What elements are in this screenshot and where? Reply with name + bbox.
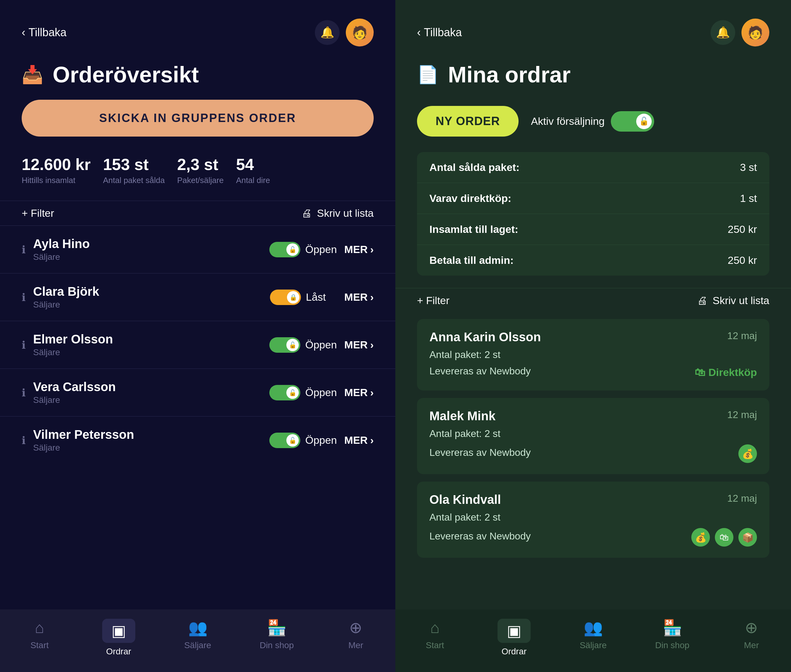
stats-val-1: 1 st (740, 192, 757, 205)
left-back-button[interactable]: ‹ Tillbaka (22, 26, 67, 39)
right-page-title: Mina ordrar (448, 62, 570, 87)
right-printer-icon: 🖨 (697, 294, 708, 307)
order-levereras-1: Levereras av Newbody (430, 447, 531, 458)
right-back-button[interactable]: ‹ Tillbaka (417, 26, 462, 39)
stats-row-3: Betala till admin: 250 kr (417, 245, 769, 275)
seller-item-4[interactable]: ℹ Vilmer Petersson Säljare 🔓 Öppen MER › (0, 416, 395, 464)
right-nav-saljare-icon: 👥 (583, 619, 603, 637)
seller-item-1[interactable]: ℹ Clara Björk Säljare 🔒 Låst MER › (0, 273, 395, 321)
right-title-icon: 📄 (417, 64, 439, 85)
seller-info-icon-0: ℹ (22, 243, 26, 256)
right-nav-home-icon: ⌂ (430, 619, 439, 637)
seller-name-2: Elmer Olsson (33, 332, 262, 346)
seller-name-3: Vera Carlsson (33, 380, 262, 394)
aktiv-label: Aktiv försäljning (531, 115, 605, 127)
cta-button[interactable]: SKICKA IN GRUPPENS ORDER (22, 100, 374, 136)
order-icon-2a: 💰 (691, 528, 710, 547)
seller-item-0[interactable]: ℹ Ayla Hino Säljare 🔓 Öppen MER › (0, 226, 395, 273)
left-nav-ordrar-bg: ▣ (102, 619, 135, 643)
left-print-button[interactable]: 🖨 Skriv ut lista (302, 207, 374, 219)
mer-button-2[interactable]: MER › (344, 339, 374, 351)
left-back-label: Tillbaka (29, 26, 67, 39)
right-print-button[interactable]: 🖨 Skriv ut lista (697, 294, 769, 307)
mer-chevron-0: › (370, 243, 374, 256)
seller-details-2: Elmer Olsson Säljare (33, 332, 262, 357)
right-back-label: Tillbaka (424, 26, 462, 39)
order-footer-0: Levereras av Newbody 🛍 Direktköp (430, 365, 757, 379)
left-nav-start[interactable]: ⌂ Start (0, 619, 79, 656)
order-card-2[interactable]: Ola Kindvall 12 maj Antal paket: 2 st Le… (417, 482, 769, 558)
left-nav-mer-icon: ⊕ (349, 619, 362, 637)
stat-value-3: 54 (236, 155, 270, 174)
right-nav-saljare[interactable]: 👥 Säljare (553, 619, 633, 656)
order-antal-1: Antal paket: 2 st (430, 428, 757, 440)
order-date-0: 12 maj (727, 330, 757, 342)
seller-item-2[interactable]: ℹ Elmer Olsson Säljare 🔓 Öppen MER › (0, 321, 395, 368)
seller-toggle-2[interactable]: 🔓 (269, 337, 300, 353)
direktkop-badge-0: 🛍 Direktköp (695, 366, 757, 378)
mer-button-0[interactable]: MER › (344, 243, 374, 256)
order-cards-list: Anna Karin Olsson 12 maj Antal paket: 2 … (395, 313, 791, 610)
ny-order-button[interactable]: NY ORDER (417, 106, 519, 136)
left-nav-saljare[interactable]: 👥 Säljare (158, 619, 237, 656)
right-nav-start[interactable]: ⌂ Start (395, 619, 475, 656)
order-card-header-1: Malek Mink 12 maj (430, 409, 757, 423)
left-nav-ordrar[interactable]: ▣ Ordrar (79, 619, 158, 656)
toggle-container-0: 🔓 Öppen (269, 242, 337, 258)
seller-details-3: Vera Carlsson Säljare (33, 380, 262, 405)
order-card-header-2: Ola Kindvall 12 maj (430, 493, 757, 507)
mer-button-3[interactable]: MER › (344, 387, 374, 398)
mer-label-3: MER (344, 387, 368, 398)
order-levereras-0: Levereras av Newbody (430, 365, 531, 377)
mer-label-2: MER (344, 339, 368, 351)
left-nav-ordrar-label: Ordrar (106, 646, 131, 656)
seller-toggle-4[interactable]: 🔓 (269, 433, 300, 448)
right-notification-button[interactable]: 🔔 (711, 20, 735, 45)
lock-icon-1: 🔒 (289, 294, 297, 301)
stats-row-2: Insamlat till laget: 250 kr (417, 214, 769, 245)
right-avatar[interactable]: 🧑 (741, 19, 769, 46)
right-stats-table: Antal sålda paket: 3 st Varav direktköp:… (417, 152, 769, 275)
seller-role-3: Säljare (33, 395, 262, 405)
order-card-1[interactable]: Malek Mink 12 maj Antal paket: 2 st Leve… (417, 398, 769, 474)
aktiv-toggle-knob: 🔓 (636, 114, 652, 129)
right-nav-dinshop[interactable]: 🏪 Din shop (633, 619, 712, 656)
right-filter-row: + Filter 🖨 Skriv ut lista (395, 288, 791, 313)
left-avatar[interactable]: 🧑 (346, 19, 374, 46)
order-card-0[interactable]: Anna Karin Olsson 12 maj Antal paket: 2 … (417, 319, 769, 390)
left-seller-list: ℹ Ayla Hino Säljare 🔓 Öppen MER › ℹ (0, 226, 395, 610)
seller-status-0: Öppen (305, 243, 337, 256)
toggle-container-4: 🔓 Öppen (269, 433, 337, 448)
stat-label-3: Antal dire (236, 176, 270, 185)
right-nav-mer[interactable]: ⊕ Mer (712, 619, 791, 656)
left-nav-mer[interactable]: ⊕ Mer (316, 619, 395, 656)
left-nav-home-icon: ⌂ (35, 619, 44, 637)
seller-toggle-3[interactable]: 🔓 (269, 385, 300, 400)
seller-info-icon-1: ℹ (22, 291, 26, 304)
mer-chevron-1: › (370, 291, 374, 303)
left-title-icon: 📥 (22, 64, 43, 85)
stats-key-3: Betala till admin: (430, 254, 514, 266)
order-levereras-2: Levereras av Newbody (430, 531, 531, 542)
seller-item-3[interactable]: ℹ Vera Carlsson Säljare 🔓 Öppen MER › (0, 368, 395, 416)
stat-item-3: 54 Antal dire (236, 155, 270, 185)
aktiv-toggle[interactable]: 🔓 (611, 111, 654, 131)
right-filter-button[interactable]: + Filter (417, 294, 449, 307)
order-date-2: 12 maj (727, 493, 757, 504)
left-filter-button[interactable]: + Filter (22, 207, 54, 219)
seller-toggle-1[interactable]: 🔒 (270, 290, 301, 305)
left-notification-button[interactable]: 🔔 (315, 20, 340, 45)
left-nav-ordrar-icon: ▣ (112, 622, 126, 640)
order-icon-2b: 🛍 (715, 528, 733, 547)
left-nav-dinshop[interactable]: 🏪 Din shop (237, 619, 316, 656)
order-green-icon-1: 💰 (738, 445, 757, 463)
mer-button-4[interactable]: MER › (344, 434, 374, 446)
mer-button-1[interactable]: MER › (344, 291, 374, 303)
lock-open-icon-4: 🔓 (289, 437, 297, 444)
aktiv-lock-icon: 🔓 (639, 117, 649, 126)
toggle-container-1: 🔒 Låst (270, 290, 337, 305)
seller-info-icon-4: ℹ (22, 434, 26, 446)
seller-toggle-0[interactable]: 🔓 (269, 242, 300, 258)
right-nav-ordrar[interactable]: ▣ Ordrar (475, 619, 554, 656)
order-customer-2: Ola Kindvall (430, 493, 501, 507)
